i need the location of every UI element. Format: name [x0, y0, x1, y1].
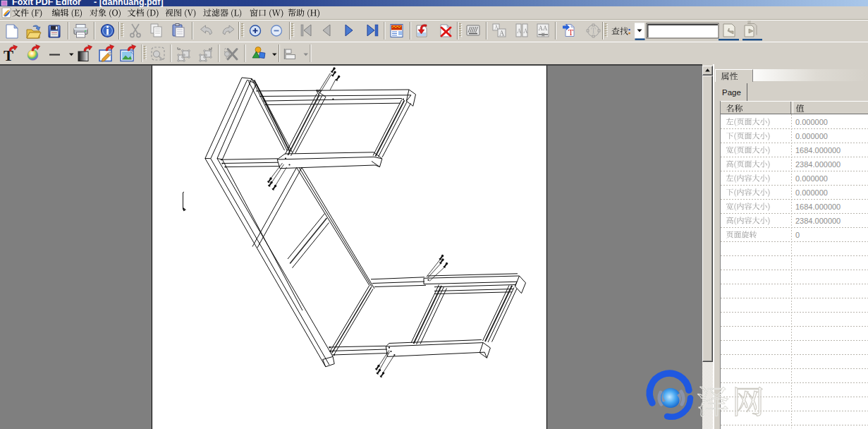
svg-text:Page: Page — [722, 88, 741, 97]
svg-text:0.000000: 0.000000 — [795, 174, 828, 183]
svg-text:2384.000000: 2384.000000 — [795, 217, 841, 225]
svg-text:0.000000: 0.000000 — [795, 118, 828, 126]
svg-text:1684.000000: 1684.000000 — [795, 146, 841, 155]
svg-text:2384.000000: 2384.000000 — [795, 160, 841, 169]
svg-text:1684.000000: 1684.000000 — [795, 203, 841, 211]
svg-text:0.000000: 0.000000 — [795, 188, 828, 197]
svg-text:0.000000: 0.000000 — [795, 132, 828, 140]
svg-text:0: 0 — [795, 231, 800, 239]
